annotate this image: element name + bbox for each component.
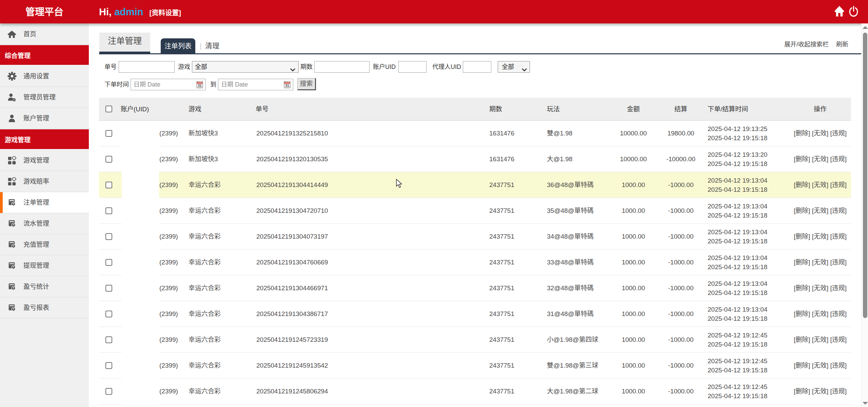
svg-text:31: 31 (198, 84, 202, 88)
svg-text:31: 31 (285, 84, 289, 88)
